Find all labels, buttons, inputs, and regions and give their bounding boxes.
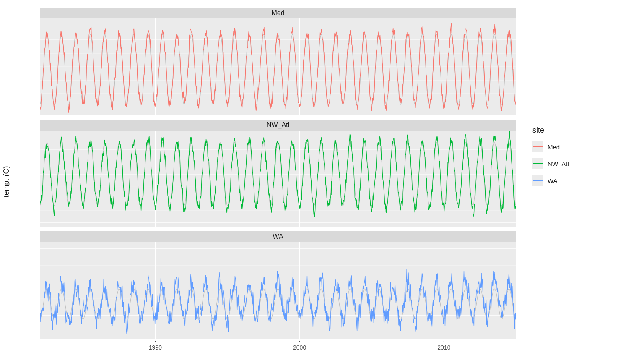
- facet-strip-label: NW_Atl: [267, 121, 289, 129]
- legend-item-label: WA: [548, 177, 558, 184]
- legend-item: NW_Atl: [532, 158, 616, 169]
- panel-nw_atl: NW_Atl 051015: [40, 120, 516, 227]
- facet-strip-label: Med: [271, 9, 284, 17]
- legend-item: Med: [532, 141, 616, 152]
- facet-strip: Med: [40, 8, 516, 18]
- plot-area: 152025: [40, 18, 516, 115]
- legend-item-label: NW_Atl: [548, 160, 569, 167]
- panel-wa: WA 202530: [40, 231, 516, 339]
- x-axis: 199020002010: [40, 341, 516, 358]
- series-line: [40, 269, 516, 334]
- x-tick-label: 1990: [149, 341, 162, 351]
- plot-area: 202530: [40, 242, 516, 339]
- legend-swatch-icon: [532, 175, 543, 186]
- legend: site Med NW_Atl WA: [532, 126, 616, 192]
- plot-svg: [40, 131, 516, 227]
- y-axis-label: temp. (C): [2, 166, 11, 197]
- facet-chart: temp. (C) Med 152025 NW_Atl 051015 WA: [0, 0, 644, 363]
- facet-strip: WA: [40, 231, 516, 242]
- x-tick-label: 2010: [437, 341, 450, 351]
- legend-title: site: [532, 126, 616, 135]
- legend-swatch-icon: [532, 141, 543, 152]
- facet-panels: Med 152025 NW_Atl 051015 WA 202530: [40, 8, 516, 339]
- panel-med: Med 152025: [40, 8, 516, 115]
- plot-area: 051015: [40, 131, 516, 227]
- x-tick-label: 2000: [293, 341, 306, 351]
- facet-strip-label: WA: [273, 233, 283, 240]
- series-line: [40, 23, 516, 113]
- legend-swatch-icon: [532, 158, 543, 169]
- facet-strip: NW_Atl: [40, 120, 516, 131]
- legend-item: WA: [532, 175, 616, 186]
- plot-svg: [40, 242, 516, 339]
- legend-item-label: Med: [548, 144, 560, 151]
- plot-svg: [40, 18, 516, 115]
